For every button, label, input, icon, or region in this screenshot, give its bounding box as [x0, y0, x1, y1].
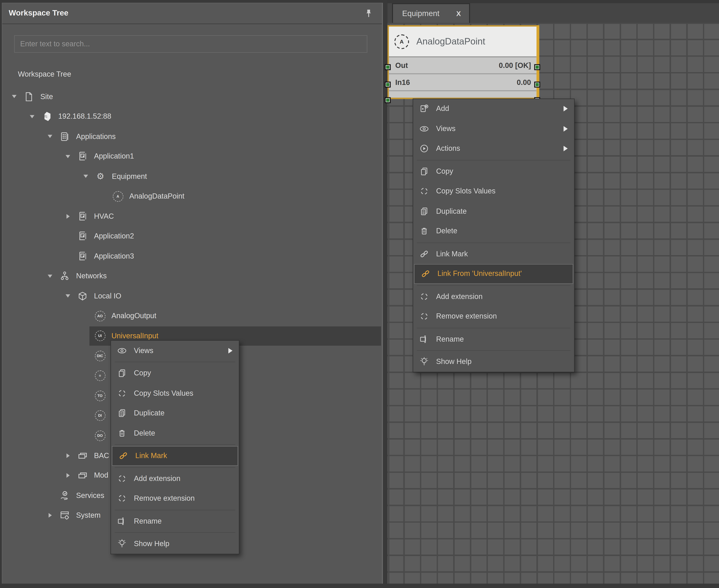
menu-item-copy[interactable]: Copy — [111, 363, 239, 383]
pin-icon[interactable] — [366, 9, 372, 18]
menu-item-copy[interactable]: Copy — [413, 161, 574, 181]
expand-arrow-icon[interactable] — [81, 175, 91, 178]
tab-close-icon[interactable]: X — [456, 9, 461, 17]
tree-item-application3[interactable]: Application3 — [3, 246, 382, 266]
dashed-circle-icon — [117, 494, 127, 503]
link-icon — [420, 269, 431, 278]
tree-item-device[interactable]: 192.168.1.52:88 — [3, 107, 382, 127]
block-slot-in16[interactable]: In16 0.00 — [389, 73, 537, 90]
tree-item-application2[interactable]: Application2 — [3, 226, 382, 246]
search-input[interactable] — [14, 35, 367, 52]
tree-item-label: UniversalInput — [111, 332, 158, 340]
menu-item-link-from-universalinput[interactable]: Link From 'UniversalInput' — [414, 264, 573, 284]
menu-item-add-extension[interactable]: Add extension — [413, 287, 574, 307]
menu-item-show-help[interactable]: Show Help — [413, 352, 574, 372]
expand-arrow-icon[interactable] — [45, 274, 55, 278]
slot-handle[interactable] — [534, 64, 540, 70]
app-window: Workspace Tree Workspace Tree Site 192.1… — [0, 0, 719, 588]
eye-icon — [117, 346, 127, 355]
trash-icon — [419, 227, 430, 236]
tree-item-label: 192.168.1.52:88 — [58, 112, 111, 121]
add-icon — [419, 104, 430, 113]
menu-item-label: Add extension — [436, 292, 482, 301]
menu-item-remove-extension[interactable]: Remove extension — [413, 307, 574, 327]
universal-input-icon: UI — [94, 330, 106, 341]
menu-item-add-extension[interactable]: Add extension — [111, 468, 239, 488]
point-icon: DO — [94, 430, 106, 441]
services-icon — [59, 490, 71, 501]
tree-item-equipment[interactable]: ⚙ Equipment — [3, 166, 382, 186]
tree-item-site[interactable]: Site — [3, 87, 382, 106]
tree-item-label: Applications — [76, 132, 116, 141]
link-icon — [118, 451, 129, 460]
tree-item-label: BAC — [94, 451, 109, 460]
block-slot-out[interactable]: Out 0.00 [OK] — [389, 57, 537, 74]
menu-item-delete[interactable]: Delete — [111, 423, 239, 443]
menu-item-rename[interactable]: Rename — [413, 329, 574, 349]
block-context-menu: Add Views Actions Copy Copy Slots Values… — [413, 98, 575, 372]
tree-item-hvac[interactable]: HVAC — [3, 206, 382, 226]
tree-item-label: AnalogDataPoint — [129, 192, 184, 201]
tree-item-label: Site — [40, 92, 53, 101]
duplicate-icon — [419, 207, 430, 216]
menu-item-copy-slots-values[interactable]: Copy Slots Values — [413, 181, 574, 201]
menu-item-views[interactable]: Views — [413, 119, 574, 139]
menu-separator — [417, 285, 570, 285]
menu-item-add[interactable]: Add — [413, 99, 574, 119]
tab-label: Equipment — [402, 9, 439, 18]
stack-icon — [77, 470, 89, 481]
menu-item-delete[interactable]: Delete — [413, 221, 574, 241]
menu-item-rename[interactable]: Rename — [111, 511, 239, 531]
menu-item-label: Add — [436, 105, 449, 113]
tree-item-networks[interactable]: Networks — [3, 266, 382, 286]
menu-item-label: Link Mark — [436, 250, 468, 258]
menu-item-copy-slots-values[interactable]: Copy Slots Values — [111, 383, 239, 403]
collapse-arrow-icon[interactable] — [63, 453, 73, 458]
tree-item-analogoutput[interactable]: AO AnalogOutput — [3, 306, 382, 326]
collapse-arrow-icon[interactable] — [63, 473, 73, 478]
application-icon — [77, 151, 89, 162]
expand-arrow-icon[interactable] — [63, 155, 73, 158]
analog-output-icon: AO — [94, 310, 106, 321]
menu-item-label: Copy — [134, 369, 151, 377]
point-icon: DIC — [94, 350, 106, 361]
menu-item-duplicate[interactable]: Duplicate — [413, 201, 574, 221]
tree-item-analogdatapoint[interactable]: A AnalogDataPoint — [3, 186, 382, 206]
tree-item-local-io[interactable]: Local IO — [3, 286, 382, 306]
block-header[interactable]: A AnalogDataPoint — [389, 26, 537, 57]
expand-arrow-icon[interactable] — [27, 115, 37, 118]
expand-arrow-icon[interactable] — [9, 95, 19, 98]
menu-separator — [115, 532, 235, 533]
menu-item-duplicate[interactable]: Duplicate — [111, 403, 239, 423]
menu-item-views[interactable]: Views — [111, 341, 239, 361]
menu-item-actions[interactable]: Actions — [413, 139, 574, 159]
rename-icon — [117, 517, 127, 526]
tree-item-application1[interactable]: Application1 — [3, 147, 382, 166]
menu-item-label: Link From 'UniversalInput' — [437, 270, 522, 278]
menu-item-link-mark[interactable]: Link Mark — [413, 244, 574, 264]
menu-item-show-help[interactable]: Show Help — [111, 534, 239, 554]
stack-icon — [77, 450, 89, 461]
slot-handle[interactable] — [385, 64, 390, 70]
analog-point-icon: A — [112, 191, 124, 202]
panel-header: Workspace Tree — [2, 3, 382, 24]
menu-item-remove-extension[interactable]: Remove extension — [111, 488, 239, 508]
collapse-arrow-icon[interactable] — [63, 214, 73, 218]
slot-handle[interactable] — [534, 82, 540, 87]
tree-section-label: Workspace Tree — [18, 70, 71, 79]
menu-separator — [115, 444, 235, 445]
slot-handle[interactable] — [385, 97, 390, 103]
slot-handle[interactable] — [385, 82, 390, 87]
collapse-arrow-icon[interactable] — [45, 513, 55, 518]
tree-item-applications[interactable]: Applications — [3, 127, 382, 147]
cube-icon — [77, 291, 89, 301]
point-icon: ≡ — [94, 371, 106, 381]
tree-item-label: AnalogOutput — [111, 312, 156, 320]
block-title: AnalogDataPoint — [416, 36, 485, 47]
expand-arrow-icon[interactable] — [45, 135, 55, 138]
dashed-circle-icon — [419, 292, 430, 301]
tab-equipment[interactable]: Equipment X — [392, 3, 470, 24]
menu-item-label: Rename — [436, 335, 464, 343]
expand-arrow-icon[interactable] — [63, 294, 73, 297]
menu-item-link-mark[interactable]: Link Mark — [112, 446, 238, 466]
